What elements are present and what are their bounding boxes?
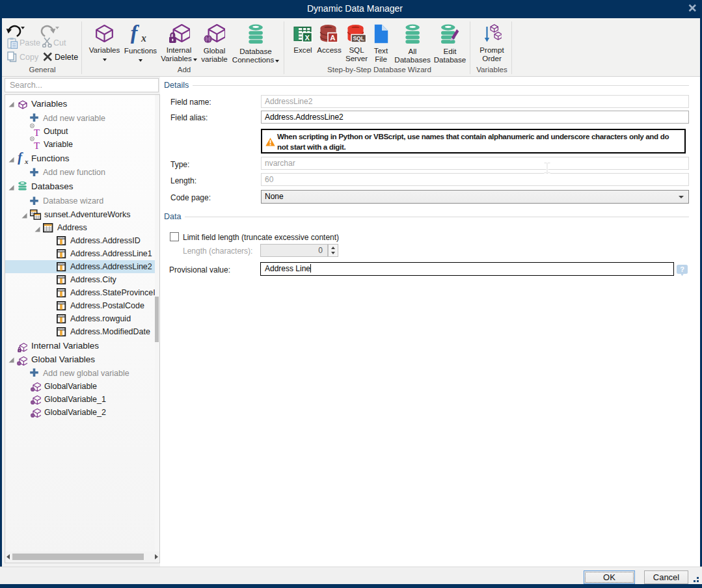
svg-text:A: A <box>330 34 335 42</box>
svg-text:x: x <box>24 157 29 165</box>
svg-text:f: f <box>18 152 23 165</box>
svg-text:x: x <box>140 33 146 44</box>
svg-text:SQL: SQL <box>353 35 364 42</box>
svg-text:?: ? <box>680 265 684 273</box>
svg-text:f: f <box>130 24 139 44</box>
